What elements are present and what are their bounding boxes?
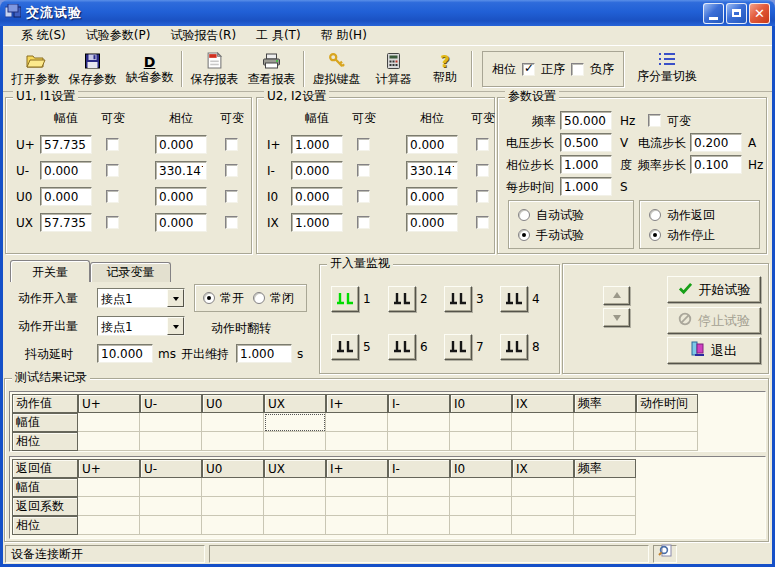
u-zero-phase-input[interactable] xyxy=(155,187,207,206)
table-cell[interactable] xyxy=(450,432,512,451)
ux-phase-variable-checkbox[interactable] xyxy=(225,216,238,229)
table-cell[interactable] xyxy=(574,432,636,451)
u-plus-phase-input[interactable] xyxy=(155,135,207,154)
i-zero-amplitude-input[interactable] xyxy=(291,187,343,206)
selected-table-cell[interactable] xyxy=(78,478,140,497)
start-test-button[interactable]: 开始试验 xyxy=(667,276,761,303)
negative-sequence-checkbox[interactable] xyxy=(571,63,584,76)
contact-5-button[interactable] xyxy=(331,334,359,360)
close-button[interactable]: ✕ xyxy=(749,3,770,24)
table-cell[interactable] xyxy=(388,413,450,432)
sequence-component-switch-button[interactable]: 序分量切换 xyxy=(624,49,710,89)
table-cell[interactable] xyxy=(78,516,140,535)
table-cell[interactable] xyxy=(636,413,698,432)
table-cell[interactable] xyxy=(636,432,698,451)
scroll-down-button[interactable] xyxy=(603,308,630,327)
auto-test-radio[interactable] xyxy=(518,209,530,221)
table-cell[interactable] xyxy=(202,516,264,535)
table-cell[interactable] xyxy=(450,516,512,535)
u-plus-amp-variable-checkbox[interactable] xyxy=(106,138,119,151)
table-cell[interactable] xyxy=(512,413,574,432)
menu-system[interactable]: 系 统(S) xyxy=(11,25,76,46)
manual-test-radio[interactable] xyxy=(518,229,530,241)
table-cell[interactable] xyxy=(388,516,450,535)
ix-phase-variable-checkbox[interactable] xyxy=(476,216,489,229)
exit-button[interactable]: 退出 xyxy=(667,337,761,364)
output-hold-input[interactable] xyxy=(236,344,292,363)
table-cell[interactable] xyxy=(326,413,388,432)
stop-test-button[interactable]: 停止试验 xyxy=(667,307,761,334)
table-cell[interactable] xyxy=(512,497,574,516)
ix-phase-input[interactable] xyxy=(406,213,458,232)
i-plus-phase-variable-checkbox[interactable] xyxy=(476,138,489,151)
normally-open-radio[interactable] xyxy=(203,292,215,304)
table-cell[interactable] xyxy=(202,432,264,451)
save-params-button[interactable]: 保存参数 xyxy=(64,49,121,89)
menu-test-params[interactable]: 试验参数(P) xyxy=(76,25,161,46)
table-cell[interactable] xyxy=(450,413,512,432)
table-cell[interactable] xyxy=(264,432,326,451)
table-cell[interactable] xyxy=(78,432,140,451)
menu-help[interactable]: 帮 助(H) xyxy=(311,25,377,46)
i-minus-phase-input[interactable] xyxy=(406,161,458,180)
i-plus-amp-variable-checkbox[interactable] xyxy=(357,138,370,151)
table-cell[interactable] xyxy=(574,516,636,535)
menu-test-report[interactable]: 试验报告(R) xyxy=(160,25,246,46)
u-minus-phase-input[interactable] xyxy=(155,161,207,180)
frequency-input[interactable] xyxy=(560,111,612,130)
contact-6-button[interactable] xyxy=(388,334,416,360)
scroll-up-button[interactable] xyxy=(603,286,630,305)
maximize-button[interactable] xyxy=(726,3,747,24)
i-zero-phase-variable-checkbox[interactable] xyxy=(476,190,489,203)
u-minus-amplitude-input[interactable] xyxy=(40,161,92,180)
table-cell[interactable] xyxy=(326,516,388,535)
u-zero-phase-variable-checkbox[interactable] xyxy=(225,190,238,203)
normally-closed-radio[interactable] xyxy=(253,292,265,304)
ux-phase-input[interactable] xyxy=(155,213,207,232)
contact-2-button[interactable] xyxy=(388,286,416,312)
table-cell[interactable] xyxy=(140,413,202,432)
i-zero-phase-input[interactable] xyxy=(406,187,458,206)
save-report-button[interactable]: 保存报表 xyxy=(186,49,243,89)
table-cell[interactable] xyxy=(140,432,202,451)
table-cell[interactable] xyxy=(512,516,574,535)
auto-test-option[interactable]: 自动试验 xyxy=(518,208,584,222)
i-minus-phase-variable-checkbox[interactable] xyxy=(476,164,489,177)
contact-8-button[interactable] xyxy=(500,334,528,360)
table-cell[interactable] xyxy=(202,478,264,497)
view-report-button[interactable]: 查看报表 xyxy=(243,49,300,89)
table-cell[interactable] xyxy=(78,413,140,432)
i-minus-amp-variable-checkbox[interactable] xyxy=(357,164,370,177)
u-minus-phase-variable-checkbox[interactable] xyxy=(225,164,238,177)
dropdown-arrow-button[interactable] xyxy=(167,317,184,335)
ux-amp-variable-checkbox[interactable] xyxy=(106,216,119,229)
calculator-button[interactable]: 计算器 xyxy=(365,49,422,89)
action-return-radio[interactable] xyxy=(649,209,661,221)
tab-switch-quantity[interactable]: 开关量 xyxy=(10,260,90,282)
u-minus-amp-variable-checkbox[interactable] xyxy=(106,164,119,177)
contact-3-button[interactable] xyxy=(444,286,472,312)
u-zero-amp-variable-checkbox[interactable] xyxy=(106,190,119,203)
i-plus-amplitude-input[interactable] xyxy=(291,135,343,154)
menu-tools[interactable]: 工 具(T) xyxy=(246,25,311,46)
ix-amp-variable-checkbox[interactable] xyxy=(357,216,370,229)
action-stop-radio[interactable] xyxy=(649,229,661,241)
ux-amplitude-input[interactable] xyxy=(40,213,92,232)
i-minus-amplitude-input[interactable] xyxy=(291,161,343,180)
table-cell[interactable] xyxy=(450,478,512,497)
table-cell[interactable] xyxy=(512,478,574,497)
table-cell[interactable] xyxy=(388,497,450,516)
default-params-button[interactable]: D 缺省参数 xyxy=(121,49,178,89)
i-zero-amp-variable-checkbox[interactable] xyxy=(357,190,370,203)
table-cell[interactable] xyxy=(264,478,326,497)
table-cell[interactable] xyxy=(574,413,636,432)
table-cell[interactable] xyxy=(140,497,202,516)
contact-4-button[interactable] xyxy=(500,286,528,312)
contact-1-button[interactable] xyxy=(331,286,359,312)
frequency-variable-checkbox[interactable] xyxy=(648,114,661,127)
current-step-input[interactable] xyxy=(690,133,742,152)
table-cell[interactable] xyxy=(140,478,202,497)
manual-test-option[interactable]: 手动试验 xyxy=(518,228,584,242)
table-cell[interactable] xyxy=(450,497,512,516)
positive-sequence-checkbox[interactable] xyxy=(522,63,535,76)
